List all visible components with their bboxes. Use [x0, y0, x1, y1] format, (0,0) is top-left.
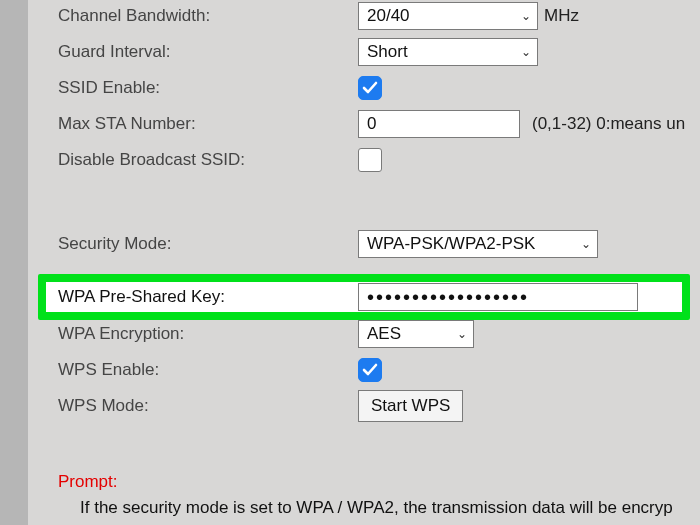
label-security-mode: Security Mode: — [28, 234, 358, 254]
prompt-title: Prompt: — [28, 472, 700, 492]
row-ssid-enable: SSID Enable: — [28, 72, 700, 104]
check-icon — [362, 80, 378, 96]
input-wpa-key-value: •••••••••••••••••• — [367, 287, 529, 307]
select-security-mode[interactable]: WPA-PSK/WPA2-PSK ⌄ — [358, 230, 598, 258]
select-guard-interval-value: Short — [367, 42, 408, 62]
prompt-line-1: If the security mode is set to WPA / WPA… — [80, 496, 700, 521]
hint-max-sta: (0,1-32) 0:means un — [532, 114, 685, 134]
label-guard-interval: Guard Interval: — [28, 42, 358, 62]
row-guard-interval: Guard Interval: Short ⌄ — [28, 36, 700, 68]
label-ssid-enable: SSID Enable: — [28, 78, 358, 98]
input-max-sta[interactable]: 0 — [358, 110, 520, 138]
chevron-down-icon: ⌄ — [581, 237, 591, 251]
select-security-mode-value: WPA-PSK/WPA2-PSK — [367, 234, 535, 254]
row-disable-broadcast: Disable Broadcast SSID: — [28, 144, 700, 176]
row-wps-mode: WPS Mode: Start WPS — [28, 390, 700, 422]
select-guard-interval[interactable]: Short ⌄ — [358, 38, 538, 66]
chevron-down-icon: ⌄ — [521, 9, 531, 23]
row-max-sta: Max STA Number: 0 (0,1-32) 0:means un — [28, 108, 700, 140]
checkbox-ssid-enable[interactable] — [358, 76, 382, 100]
prompt-body: If the security mode is set to WPA / WPA… — [28, 492, 700, 525]
suffix-mhz: MHz — [544, 6, 579, 26]
input-max-sta-value: 0 — [367, 114, 376, 134]
label-wpa-encryption: WPA Encryption: — [28, 324, 358, 344]
select-channel-bandwidth[interactable]: 20/40 ⌄ — [358, 2, 538, 30]
label-disable-broadcast: Disable Broadcast SSID: — [28, 150, 358, 170]
wireless-settings-panel: Channel Bandwidth: 20/40 ⌄ MHz Guard Int… — [28, 0, 700, 525]
row-wpa-key-highlighted: WPA Pre-Shared Key: •••••••••••••••••• — [38, 274, 690, 320]
select-channel-bandwidth-value: 20/40 — [367, 6, 410, 26]
label-max-sta: Max STA Number: — [28, 114, 358, 134]
row-channel-bandwidth: Channel Bandwidth: 20/40 ⌄ MHz — [28, 0, 700, 32]
row-wpa-encryption: WPA Encryption: AES ⌄ — [28, 318, 700, 350]
chevron-down-icon: ⌄ — [521, 45, 531, 59]
prompt-line-2: Key length can be set to 8-63. Requires … — [80, 521, 700, 525]
input-wpa-key[interactable]: •••••••••••••••••• — [358, 283, 638, 311]
label-wps-mode: WPS Mode: — [28, 396, 358, 416]
row-security-mode: Security Mode: WPA-PSK/WPA2-PSK ⌄ — [28, 228, 700, 260]
checkbox-disable-broadcast[interactable] — [358, 148, 382, 172]
label-wpa-key: WPA Pre-Shared Key: — [46, 287, 358, 307]
row-wps-enable: WPS Enable: — [28, 354, 700, 386]
checkbox-wps-enable[interactable] — [358, 358, 382, 382]
label-wps-enable: WPS Enable: — [28, 360, 358, 380]
button-start-wps-label: Start WPS — [371, 396, 450, 416]
check-icon — [362, 362, 378, 378]
chevron-down-icon: ⌄ — [457, 327, 467, 341]
button-start-wps[interactable]: Start WPS — [358, 390, 463, 422]
select-wpa-encryption[interactable]: AES ⌄ — [358, 320, 474, 348]
select-wpa-encryption-value: AES — [367, 324, 401, 344]
label-channel-bandwidth: Channel Bandwidth: — [28, 6, 358, 26]
